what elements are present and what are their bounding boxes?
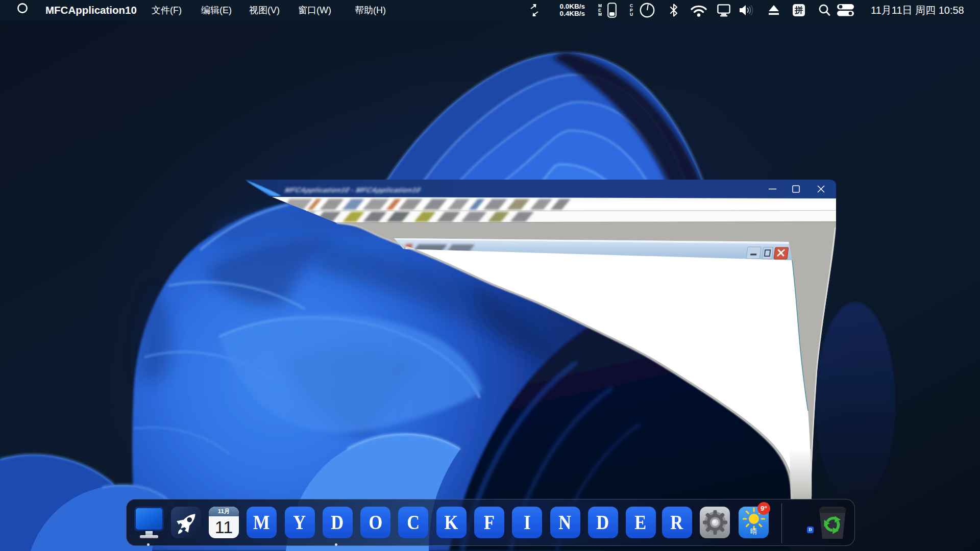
svg-text:MFCApplication10 - MFCApplicat: MFCApplication10 - MFCApplication10: [283, 186, 423, 194]
